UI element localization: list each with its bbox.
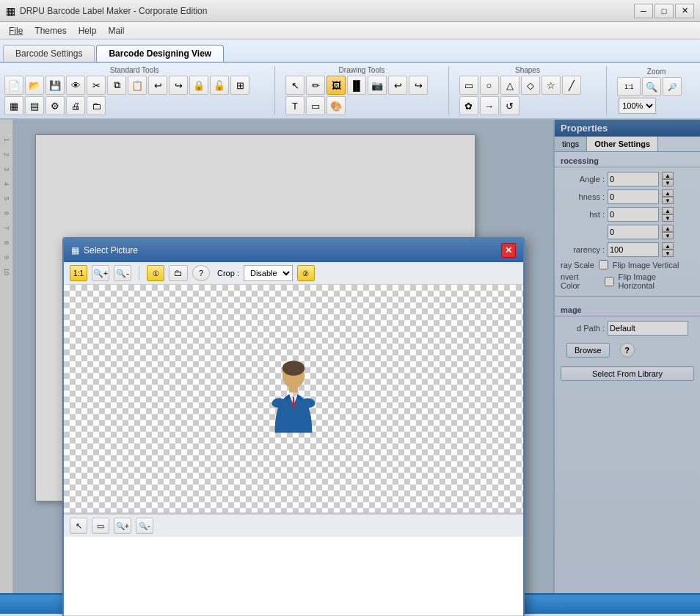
- shapes-label: Shapes: [515, 66, 540, 74]
- zoom-in-button[interactable]: 🔍: [642, 77, 661, 96]
- crop-rect[interactable]: ▭: [92, 518, 109, 534]
- redo-button[interactable]: ↪: [169, 76, 188, 95]
- dialog-browse[interactable]: 🗀: [169, 265, 188, 281]
- arrow-shape[interactable]: →: [480, 96, 499, 115]
- dialog-help[interactable]: ?: [192, 265, 210, 281]
- photo-button[interactable]: 📷: [368, 76, 387, 95]
- pencil-button[interactable]: ✏: [306, 76, 325, 95]
- grid2-button[interactable]: ▤: [25, 96, 44, 115]
- tab-barcode-designing-view[interactable]: Barcode Designing View: [96, 45, 224, 62]
- dialog-zoom-in[interactable]: 🔍+: [92, 265, 109, 281]
- dialog-crop-toolbar: ↖ ▭ 🔍+ 🔍-: [64, 514, 523, 537]
- svg-point-5: [300, 398, 315, 408]
- svg-rect-3: [289, 386, 298, 392]
- line-shape[interactable]: ╱: [562, 76, 581, 95]
- dialog-zoom-out[interactable]: 🔍-: [114, 265, 131, 281]
- close-button[interactable]: ✕: [675, 4, 694, 18]
- menu-file[interactable]: File: [3, 22, 29, 39]
- rect-shape[interactable]: ▭: [459, 76, 478, 95]
- restore-button[interactable]: □: [655, 4, 674, 18]
- select-picture-dialog: ▦ Select Picture ✕ 1:1 🔍+ 🔍- ① 🗀 ? Crop …: [62, 237, 525, 616]
- menu-help[interactable]: Help: [73, 22, 103, 39]
- settings-button[interactable]: ⚙: [45, 96, 65, 115]
- zoom-group: Zoom 1:1 🔍 🔎 100%: [617, 68, 696, 114]
- crop-select[interactable]: Disable Enable: [244, 265, 293, 281]
- unlock-button[interactable]: 🔓: [210, 76, 229, 95]
- dialog-title: Select Picture: [84, 245, 138, 256]
- person-image: [260, 358, 327, 439]
- undo-button[interactable]: ↩: [148, 76, 167, 95]
- zoom-out-button[interactable]: 🔎: [663, 77, 682, 96]
- dialog-num2[interactable]: ②: [297, 265, 315, 281]
- dialog-title-left: ▦ Select Picture: [71, 245, 138, 256]
- zoom-buttons: 1:1 🔍 🔎 100%: [617, 77, 696, 114]
- menu-themes[interactable]: Themes: [29, 22, 72, 39]
- app-icon: ▦: [6, 5, 15, 17]
- barcode-button[interactable]: ▐▌: [347, 76, 366, 95]
- drawing-tools-label: Drawing Tools: [339, 66, 385, 74]
- new-button[interactable]: 📄: [4, 76, 23, 95]
- crop-label: Crop :: [217, 269, 239, 278]
- grid-button[interactable]: ⊞: [230, 76, 249, 95]
- zoom-fit-button[interactable]: 1:1: [617, 77, 641, 96]
- standard-tools-label: Standard Tools: [110, 66, 159, 74]
- dialog-overlay: ▦ Select Picture ✕ 1:1 🔍+ 🔍- ① 🗀 ? Crop …: [0, 120, 700, 593]
- circle-shape[interactable]: ○: [480, 76, 499, 95]
- open-button[interactable]: 📂: [25, 76, 44, 95]
- crop-pointer[interactable]: ↖: [70, 518, 87, 534]
- cut-button[interactable]: ✂: [87, 76, 106, 95]
- drawing-tools-buttons: ↖ ✏ 🖼 ▐▌ 📷 ↩ ↪ T ▭ 🎨: [285, 76, 438, 115]
- refresh-shape[interactable]: ↺: [500, 96, 519, 115]
- window-controls: ─ □ ✕: [634, 4, 694, 18]
- select-button[interactable]: ↖: [285, 76, 305, 95]
- dialog-zoom-fit[interactable]: 1:1: [70, 265, 87, 281]
- image-button[interactable]: 🖼: [327, 76, 346, 95]
- print-button[interactable]: 🖨: [66, 96, 85, 115]
- dialog-crop-area: ↖ ▭ 🔍+ 🔍-: [64, 512, 523, 615]
- shapes-group: Shapes ▭ ○ △ ◇ ☆ ╱ ✿ → ↺: [459, 66, 597, 115]
- dialog-main-area: [64, 285, 523, 512]
- flower-shape[interactable]: ✿: [459, 96, 478, 115]
- crop-zoom-out[interactable]: 🔍-: [136, 518, 153, 534]
- sep1: [274, 66, 275, 115]
- dialog-title-bar: ▦ Select Picture ✕: [64, 239, 523, 262]
- minimize-button[interactable]: ─: [634, 4, 653, 18]
- paste-button[interactable]: 📋: [128, 76, 147, 95]
- zoom-select[interactable]: 100%: [619, 98, 656, 114]
- zoom-label: Zoom: [647, 68, 666, 76]
- title-bar-left: ▦ DRPU Barcode Label Maker - Corporate E…: [6, 5, 207, 17]
- preview-button[interactable]: 👁: [66, 76, 85, 95]
- rect-button[interactable]: ▭: [306, 96, 325, 115]
- dialog-icon: ▦: [71, 245, 79, 256]
- folder-button[interactable]: 🗀: [87, 96, 106, 115]
- text-button[interactable]: T: [285, 96, 305, 115]
- paint-button[interactable]: 🎨: [327, 96, 346, 115]
- sep2: [448, 66, 449, 115]
- lock-button[interactable]: 🔒: [189, 76, 208, 95]
- title-bar: ▦ DRPU Barcode Label Maker - Corporate E…: [0, 0, 700, 22]
- save-button[interactable]: 💾: [45, 76, 65, 95]
- dialog-image-area[interactable]: [64, 285, 523, 512]
- main-layout: 1 2 3 4 5 6 7 8 9 10 Properties tings Ot…: [0, 120, 700, 593]
- standard-tools-buttons: 📄 📂 💾 👁 ✂ ⧉ 📋 ↩ ↪ 🔒 🔓 ⊞ ▦ ▤ ⚙ 🖨 🗀: [4, 76, 264, 115]
- diamond-shape[interactable]: ◇: [521, 76, 540, 95]
- dialog-num1[interactable]: ①: [147, 265, 164, 281]
- forward-button[interactable]: ↪: [409, 76, 428, 95]
- menu-mail[interactable]: Mail: [102, 22, 130, 39]
- triangle-shape[interactable]: △: [500, 76, 519, 95]
- star-shape[interactable]: ☆: [542, 76, 561, 95]
- crop-zoom-in[interactable]: 🔍+: [114, 518, 131, 534]
- toolbar-area: Standard Tools 📄 📂 💾 👁 ✂ ⧉ 📋 ↩ ↪ 🔒 🔓 ⊞ ▦…: [0, 63, 700, 120]
- back-button[interactable]: ↩: [388, 76, 407, 95]
- tab-bar: Barcode Settings Barcode Designing View: [0, 40, 700, 63]
- standard-tools-group: Standard Tools 📄 📂 💾 👁 ✂ ⧉ 📋 ↩ ↪ 🔒 🔓 ⊞ ▦…: [4, 66, 264, 115]
- dialog-close-button[interactable]: ✕: [501, 243, 516, 258]
- table-button[interactable]: ▦: [4, 96, 23, 115]
- tab-barcode-settings[interactable]: Barcode Settings: [3, 45, 95, 62]
- svg-point-2: [286, 360, 301, 371]
- menu-bar: File Themes Help Mail: [0, 22, 700, 40]
- copy-button[interactable]: ⧉: [107, 76, 126, 95]
- app-title: DRPU Barcode Label Maker - Corporate Edi…: [20, 6, 207, 16]
- shapes-buttons: ▭ ○ △ ◇ ☆ ╱ ✿ → ↺: [459, 76, 597, 115]
- drawing-tools-group: Drawing Tools ↖ ✏ 🖼 ▐▌ 📷 ↩ ↪ T ▭ 🎨: [285, 66, 438, 115]
